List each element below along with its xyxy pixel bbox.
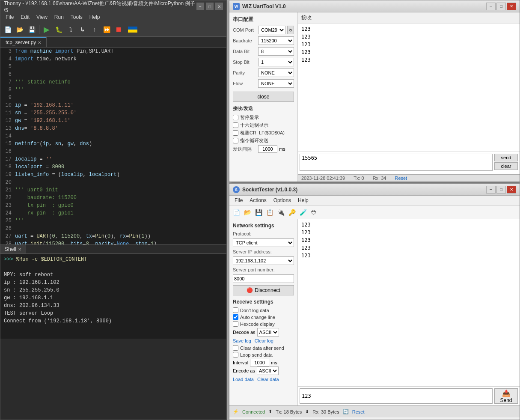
decode-select[interactable]: ASCII [257,328,279,337]
shell-close-btn[interactable]: ✕ [18,247,21,252]
socket-test-btn[interactable]: 🧪 [298,207,308,217]
menu-edit[interactable]: Edit [17,13,33,21]
socket-menu-file[interactable]: File [231,197,246,204]
socket-reset-label[interactable]: Reset [352,409,365,414]
tab-tcp-server[interactable]: tcp_server.py ✕ [0,37,47,47]
save-file-btn[interactable]: 💾 [26,24,37,35]
uart-clear-btn[interactable]: clear [494,162,518,170]
hexcode-checkbox[interactable] [233,321,238,327]
uart-close-btn[interactable]: ✕ [507,3,516,10]
disconnect-btn[interactable]: 🔴 Disconnect [233,285,294,295]
thonny-minimize-btn[interactable]: − [196,3,204,10]
clear-data-btn[interactable]: Clear data [257,377,279,382]
com-port-refresh-btn[interactable]: ↻ [287,26,294,34]
socket-recv-line: 123 [301,221,516,229]
baudrate-select[interactable]: 115200 [258,36,294,45]
toolbar-sep2 [126,25,126,34]
data-bit-select[interactable]: 8 [258,47,294,56]
loop-send-socket-checkbox[interactable] [233,352,238,357]
clear-after-send-checkbox[interactable] [233,345,238,351]
shell-line [4,263,223,271]
shell-line: sn : 255.255.255.0 [4,286,223,294]
uart-maximize-btn[interactable]: □ [496,3,506,10]
socket-maximize-btn[interactable]: □ [496,186,506,194]
step-into-btn[interactable]: ↳ [77,24,88,35]
send-btns: send clear [494,154,518,171]
loop-send-checkbox[interactable] [233,138,238,143]
parity-select[interactable]: NONE [258,69,294,77]
menu-file[interactable]: File [2,13,17,21]
socket-help-btn[interactable]: ⛑ [309,207,319,217]
socket-save-btn[interactable]: 💾 [253,207,264,217]
socket-saveas-btn[interactable]: 📋 [264,207,275,217]
save-log-btn[interactable]: Save log [233,338,251,343]
code-editor[interactable]: 3 from machine import Pin,SPI,UART 4 imp… [0,48,226,244]
menu-view[interactable]: View [33,13,51,21]
socket-minimize-btn[interactable]: − [486,186,496,194]
auto-change-row: Auto change line [233,314,294,320]
decode-label: Decode as [233,330,256,335]
detect-crlf-checkbox[interactable] [233,130,238,136]
code-line: 28 uart.init(115200, bits=8, parity=None… [0,240,226,244]
socket-interval-input[interactable] [250,359,269,366]
socket-new-btn[interactable]: 📄 [231,207,241,217]
encode-select[interactable]: ASCII [257,366,279,375]
shell-line: dns: 202.96.134.33 [4,302,223,310]
server-ip-select[interactable]: 192.168.1.102 [233,256,294,265]
open-file-btn[interactable]: 📂 [14,24,25,35]
code-line: 16 [0,148,226,155]
socket-send-row: 📤 Send [300,388,518,404]
loop-send-row: 指令循环发送 [233,137,294,144]
socket-menu-help[interactable]: Help [294,197,312,204]
loop-send-socket-row: Loop send data [233,352,294,357]
code-line: 18 localport = 8000 [0,163,226,171]
uart-tx: Tx: 0 [354,176,364,181]
protocol-select[interactable]: TCP client [233,238,294,247]
socket-menu-actions[interactable]: Actions [246,197,270,204]
uart-minimize-btn[interactable]: − [486,3,496,10]
socket-titlebar: S SocketTester (v1.0.0.3) − □ ✕ [229,184,520,196]
flow-select[interactable]: NONE [258,79,294,88]
shell-content[interactable]: >>> %Run -c $EDITOR_CONTENT MPY: soft re… [0,254,226,327]
socket-open-btn[interactable]: 📂 [242,207,253,217]
com-port-select[interactable]: COM29 [258,26,285,34]
interval-input[interactable] [258,145,277,153]
stop-bit-select[interactable]: 1 [258,58,294,66]
step-over-btn[interactable]: ⤵ [65,24,76,35]
run-btn[interactable]: ▶ [41,24,52,35]
thonny-maximize-btn[interactable]: □ [206,3,214,10]
socket-close-btn[interactable]: ✕ [507,186,516,194]
menu-run[interactable]: Run [51,13,67,21]
resume-btn[interactable]: ⏩ [101,24,112,35]
step-out-btn[interactable]: ↑ [89,24,100,35]
encode-row: Encode as ASCII [233,366,294,375]
uart-send-btn[interactable]: send [494,154,518,161]
shell-tab-bar: Shell ✕ [0,245,226,254]
dont-log-checkbox[interactable] [233,307,238,313]
hex-display-checkbox[interactable] [233,122,238,128]
socket-settings-btn[interactable]: 🔑 [287,207,297,217]
uart-send-input[interactable]: 15565 [300,154,493,171]
pause-display-checkbox[interactable] [233,115,238,120]
tab-close-btn[interactable]: ✕ [38,40,41,45]
debug-btn[interactable]: 🐛 [53,24,64,35]
server-port-input[interactable] [233,274,294,283]
load-data-btn[interactable]: Load data [233,377,254,382]
shell-tab[interactable]: Shell ✕ [0,245,26,253]
thonny-close-btn[interactable]: ✕ [215,3,223,10]
socket-send-btn[interactable]: 📤 Send [494,388,518,404]
socket-menu-options[interactable]: Options [270,197,294,204]
auto-change-checkbox[interactable] [233,314,238,320]
uart-reset[interactable]: Reset [395,176,407,181]
stop-btn[interactable]: ⏹ [113,24,124,35]
dont-log-label: Don't log data [240,308,269,313]
hexcode-row: Hexcode display [233,321,294,327]
socket-connect-btn[interactable]: 🔌 [276,207,286,217]
clear-log-btn[interactable]: Clear log [255,338,273,343]
new-file-btn[interactable]: 📄 [2,24,13,35]
menu-tools[interactable]: Tools [67,13,86,21]
menu-help[interactable]: Help [86,13,104,21]
code-line: 8 ''' [0,86,226,94]
socket-send-input[interactable] [300,388,493,404]
uart-close-port-btn[interactable]: close [233,92,294,102]
